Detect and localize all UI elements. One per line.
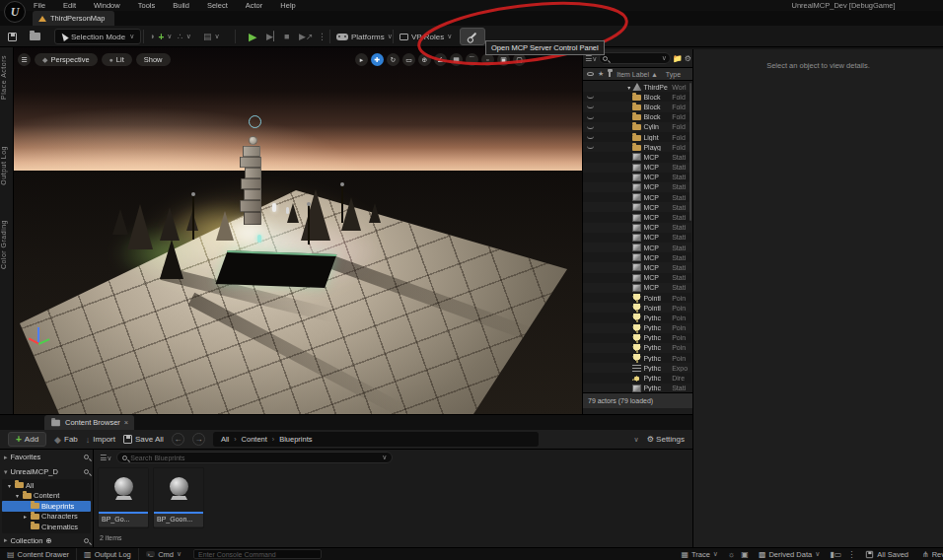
content-drawer-button[interactable]: ▤Content Drawer	[0, 548, 77, 560]
outliner-row[interactable]: ▾ MCP_ Stati	[583, 223, 691, 233]
outliner-row[interactable]: ▾ MCP_ Stati	[583, 212, 691, 222]
tab-output-log[interactable]: Output Log	[0, 146, 14, 185]
folder-tree-item[interactable]: Blueprints	[2, 501, 91, 512]
expander-icon[interactable]: ▸	[22, 513, 29, 520]
derived-data-dropdown[interactable]: ▩Derived Data∨	[752, 548, 827, 560]
insights-button[interactable]: ▮▭	[827, 548, 844, 560]
outliner-row[interactable]: ▾ MCP_ Stati	[583, 192, 691, 202]
outliner-row[interactable]: ▾ Cylin Fold	[583, 122, 691, 132]
favorites-section[interactable]: ▸Favorites	[0, 450, 93, 464]
outliner-row[interactable]: ▾ Pythc Stati	[583, 384, 691, 392]
move-tool-button[interactable]: ✚	[371, 53, 384, 66]
visibility-eye-icon[interactable]	[587, 105, 594, 108]
mcp-server-control-panel-button[interactable]	[460, 28, 485, 45]
cmd-dropdown[interactable]: ›_Cmd∨	[139, 548, 188, 560]
favorite-column-star-icon[interactable]: ★	[598, 70, 604, 78]
expander-icon[interactable]: ▾	[625, 84, 632, 91]
folder-tree-item[interactable]: ▸ Characters	[2, 512, 91, 523]
add-button[interactable]: +Add	[8, 432, 46, 447]
menu-item[interactable]: Select	[205, 1, 230, 10]
unreal-logo-icon[interactable]: U	[4, 1, 26, 23]
outliner-settings-gear-icon[interactable]: ⚙	[685, 54, 691, 63]
outliner-row[interactable]: ▾ MCP_ Stati	[583, 152, 691, 162]
outliner-row[interactable]: ▾ MCP_ Stati	[583, 233, 691, 243]
outliner-row[interactable]: ▾ MCP_ Stati	[583, 262, 691, 272]
type-column-header[interactable]: Type	[666, 71, 681, 78]
console-input[interactable]	[198, 551, 317, 558]
back-button[interactable]: ←	[172, 433, 184, 446]
select-tool-button[interactable]: ▸	[355, 53, 368, 66]
platforms-dropdown[interactable]: Platforms∨	[336, 29, 393, 44]
outliner-row[interactable]: ▾ MCP_ Stati	[583, 273, 691, 283]
launch-button[interactable]: ▶↗	[299, 29, 313, 44]
menu-item[interactable]: Tools	[136, 1, 158, 10]
outliner-row[interactable]: ▾ Pythc Poin	[583, 343, 691, 353]
stop-button[interactable]: ■	[284, 29, 289, 44]
breadcrumb-item[interactable]: Blueprints	[279, 435, 312, 444]
asset-tile[interactable]: BP_Go...	[98, 467, 149, 528]
tab-place-actors[interactable]: Place Actors	[0, 55, 14, 100]
play-button[interactable]: ▶	[249, 29, 256, 44]
visibility-eye-icon[interactable]	[587, 135, 594, 139]
console-input-box[interactable]	[193, 549, 322, 559]
session-icon-button[interactable]: ☼	[725, 548, 738, 560]
menu-item[interactable]: Edit	[61, 1, 78, 10]
all-saved-indicator[interactable]: All Saved	[858, 548, 915, 560]
trace-dropdown[interactable]: ▦Trace∨	[674, 548, 725, 560]
outliner-scrollbar[interactable]	[689, 83, 691, 221]
cinematics-dropdown[interactable]: ▤∨	[203, 29, 220, 44]
outliner-row[interactable]: ▾ Pythc Expo	[583, 363, 691, 373]
screenshot-button[interactable]: ▣	[738, 548, 752, 560]
search-icon[interactable]	[84, 469, 89, 474]
frame-skip-button[interactable]: ▶▏	[266, 29, 280, 44]
menu-item[interactable]: Actor	[244, 1, 265, 10]
outliner-row[interactable]: ▾ Pythc Poin	[583, 323, 691, 333]
scale-tool-button[interactable]: ▭	[402, 53, 415, 66]
breadcrumb-item[interactable]: All	[221, 435, 229, 444]
asset-tile[interactable]: BP_Goon...	[153, 467, 204, 528]
outliner-row[interactable]: ▾ Block Fold	[583, 92, 691, 102]
visibility-eye-icon[interactable]	[587, 145, 594, 149]
outliner-row[interactable]: ▾ Playg Fold	[583, 142, 691, 152]
add-collection-icon[interactable]: ⊕	[45, 536, 51, 545]
outliner-row[interactable]: ▾ Pythc Poin	[583, 333, 691, 343]
visibility-eye-icon[interactable]	[587, 115, 594, 119]
save-all-button[interactable]: Save All	[123, 435, 164, 444]
project-section[interactable]: ▾UnrealMCP_D	[0, 464, 93, 479]
forward-button[interactable]: →	[192, 433, 205, 446]
world-space-toggle[interactable]: ⊕	[418, 53, 431, 66]
outliner-row[interactable]: ▾ MCP_ Stati	[583, 252, 691, 262]
asset-search-box[interactable]: ∨	[116, 452, 393, 463]
viewport-options-menu[interactable]: ☰	[18, 53, 31, 66]
folder-tree-item[interactable]: ▾ All	[2, 480, 91, 491]
outliner-row[interactable]: ▾ MCP_ Stati	[583, 243, 691, 252]
outliner-row[interactable]: ▾ MCP_ Stati	[583, 202, 691, 212]
outliner-row[interactable]: ▾ MCP_ Stati	[583, 182, 691, 192]
outliner-row[interactable]: ▾ Pythc Dire	[583, 373, 691, 383]
folder-tree-item[interactable]: ▾ Content	[2, 491, 91, 502]
outliner-row[interactable]: ▾ MCP_ Stati	[583, 163, 691, 173]
play-options-kebab[interactable]: ⋮	[318, 29, 326, 44]
expander-icon[interactable]: ▾	[6, 482, 13, 489]
add-actor-button[interactable]: ◗+∨	[150, 29, 172, 44]
outliner-row[interactable]: ▾ Pythc Poin	[583, 353, 691, 363]
browse-content-button[interactable]	[30, 29, 40, 44]
menu-item[interactable]: File	[32, 1, 47, 10]
path-chevron-icon[interactable]: ∨	[634, 436, 639, 444]
blueprints-dropdown[interactable]: ∴∨	[178, 29, 191, 44]
visibility-eye-icon[interactable]	[587, 125, 594, 129]
search-icon[interactable]	[84, 455, 89, 459]
output-log-button[interactable]: ▥Output Log	[77, 548, 139, 560]
revision-control-button[interactable]: ⋔Revision Control	[915, 548, 943, 560]
perspective-dropdown[interactable]: ◆Perspective	[35, 53, 98, 66]
outliner-row[interactable]: ▾ Pointl Poin	[583, 293, 691, 303]
level-tab[interactable]: ThirdPersonMap	[33, 11, 114, 26]
grid-snap-toggle[interactable]: ▦	[450, 53, 463, 66]
import-button[interactable]: ↓Import	[86, 435, 115, 445]
rotation-snap-toggle[interactable]: ⌒	[466, 53, 478, 66]
outliner-row[interactable]: ▾ Pointl Poin	[583, 303, 691, 313]
tab-color-grading[interactable]: Color Grading	[0, 220, 14, 269]
view-mode-dropdown[interactable]: ●Lit	[102, 53, 132, 66]
fab-button[interactable]: ◆Fab	[54, 435, 78, 445]
outliner-row[interactable]: ▾ MCP_ Stati	[583, 173, 691, 182]
